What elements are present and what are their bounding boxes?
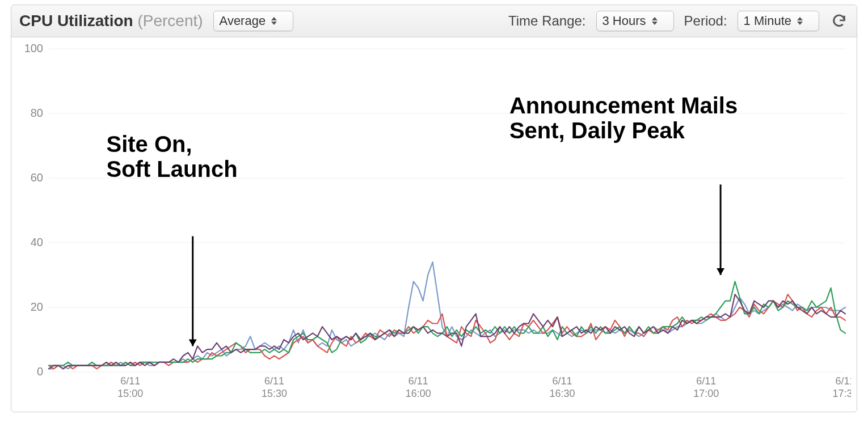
metrics-panel: CPU Utilization (Percent) Average Time R… (11, 5, 857, 412)
x-axis: 6/1115:006/1115:306/1116:006/1116:306/11… (117, 375, 851, 399)
svg-text:6/1116:30: 6/1116:30 (549, 375, 575, 399)
chart-area: 020406080100 6/1115:006/1115:306/1116:00… (11, 37, 857, 412)
annotation-soft-launch: Site On,Soft Launch (106, 132, 237, 181)
aggregation-value: Average (220, 14, 266, 28)
chevron-updown-icon (271, 17, 277, 25)
series-instance-purple (49, 294, 845, 369)
annotation-announcement: Announcement MailsSent, Daily Peak (509, 93, 738, 143)
svg-text:6/1117:30: 6/1117:30 (832, 375, 851, 399)
svg-text:6/1115:00: 6/1115:00 (117, 375, 143, 399)
y-axis: 020406080100 (24, 43, 43, 378)
svg-text:100: 100 (24, 43, 43, 54)
chart-series-group (49, 262, 845, 369)
metric-name: CPU Utilization (19, 12, 133, 29)
time-range-select[interactable]: 3 Hours (596, 11, 674, 31)
chevron-updown-icon (652, 17, 658, 25)
series-instance-blue (49, 262, 845, 369)
svg-text:60: 60 (31, 171, 43, 184)
refresh-icon (831, 13, 847, 29)
chart-annotations: Site On,Soft LaunchAnnouncement MailsSen… (106, 93, 738, 346)
time-range-value: 3 Hours (602, 14, 646, 28)
svg-text:40: 40 (31, 236, 43, 248)
series-instance-green (49, 281, 845, 365)
series-instance-red (49, 294, 845, 369)
refresh-button[interactable] (829, 11, 849, 31)
svg-text:6/1115:30: 6/1115:30 (262, 375, 287, 399)
period-value: 1 Minute (744, 14, 791, 28)
period-select[interactable]: 1 Minute (738, 11, 819, 31)
aggregation-select[interactable]: Average (213, 11, 294, 31)
svg-text:6/1117:00: 6/1117:00 (693, 375, 719, 399)
svg-text:80: 80 (31, 107, 43, 119)
metric-title: CPU Utilization (Percent) (19, 12, 203, 30)
time-range-label: Time Range: (508, 13, 586, 29)
chevron-updown-icon (797, 17, 803, 25)
metric-unit: (Percent) (137, 12, 203, 29)
cpu-utilization-chart: 020406080100 6/1115:006/1115:306/1116:00… (15, 43, 851, 406)
period-label: Period: (684, 13, 727, 29)
panel-header: CPU Utilization (Percent) Average Time R… (11, 5, 857, 37)
svg-text:6/1116:00: 6/1116:00 (406, 375, 431, 399)
svg-text:0: 0 (37, 365, 43, 378)
svg-text:20: 20 (31, 301, 43, 313)
